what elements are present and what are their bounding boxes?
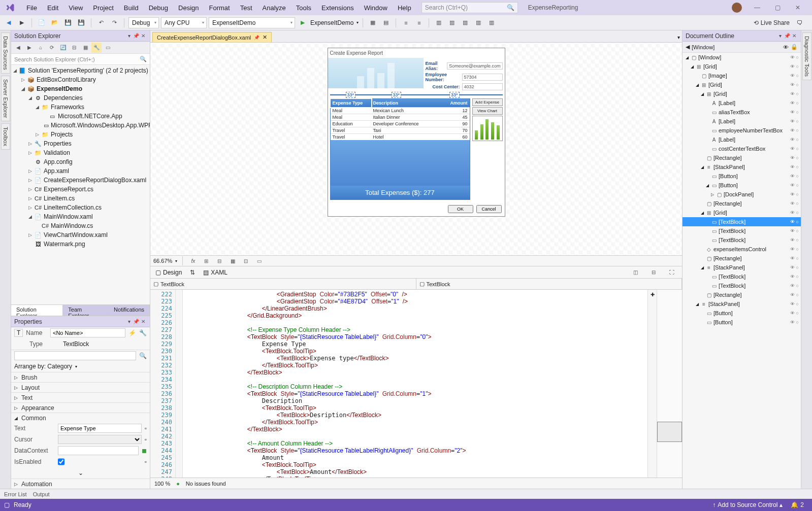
tab-team-explorer[interactable]: Team Explorer <box>63 305 109 316</box>
tree-item[interactable]: C#MainWindow.cs <box>11 221 150 230</box>
xaml-designer[interactable]: Create Expense Report Email Alias:Someon… <box>150 43 682 255</box>
split-toggle[interactable]: ✚ <box>647 290 657 478</box>
outline-item[interactable]: ▭employeeNumberTextBox👁○ <box>683 126 801 135</box>
events-icon[interactable]: ⚡ <box>128 329 136 336</box>
tab-output[interactable]: Output <box>33 491 50 497</box>
menu-help[interactable]: Help <box>393 2 416 14</box>
outline-item[interactable]: ◇expenseItemsControl👁○ <box>683 245 801 254</box>
fx-button[interactable]: fx <box>188 256 198 266</box>
swap-icon[interactable]: ⇅ <box>190 269 195 276</box>
expand-icon[interactable]: ⛶ <box>667 267 677 278</box>
panel-dropdown-icon[interactable]: ▾ <box>776 33 784 39</box>
tree-item[interactable]: ◢📦ExpenseItDemo <box>11 84 150 93</box>
panel-pin-icon[interactable]: 📌 <box>133 33 140 39</box>
grid-off-button[interactable]: ⊞ <box>201 256 211 266</box>
panel-close-icon[interactable]: ✕ <box>140 319 147 324</box>
se-fwd-button[interactable]: ▶ <box>24 43 35 53</box>
outline-item[interactable]: ▭[Button]👁○ <box>683 318 801 327</box>
tree-item[interactable]: ▷🔧Properties <box>11 139 150 148</box>
outline-item[interactable]: ▢[Rectangle]👁○ <box>683 199 801 208</box>
user-avatar[interactable] <box>732 3 742 13</box>
align-button-2[interactable]: ▤ <box>380 17 392 28</box>
th-expense-type[interactable]: Expense Type <box>331 99 371 107</box>
prop-marker-icon[interactable]: ◼ <box>142 447 147 454</box>
se-collapse-button[interactable]: ⊟ <box>69 43 79 53</box>
menu-extensions[interactable]: Extensions <box>316 2 359 14</box>
prop-cursor-input[interactable] <box>58 435 142 444</box>
tab-diagnostic-tools[interactable]: Diagnostic Tools <box>802 32 811 80</box>
panel-pin-icon[interactable]: 📌 <box>133 319 140 324</box>
outline-item[interactable]: A[Label]👁○ <box>683 98 801 108</box>
panel-dropdown-icon[interactable]: ▾ <box>125 319 133 324</box>
outline-item[interactable]: ▭[TextBlock]👁○ <box>683 281 801 290</box>
grid-button-2[interactable]: ▥ <box>446 17 458 28</box>
tree-item[interactable]: ▭Microsoft.WindowsDesktop.App.WPF <box>11 121 150 130</box>
tabs-overflow-icon[interactable]: ▾ <box>675 32 682 42</box>
outline-item[interactable]: ◢⊞[Grid]👁○ <box>683 62 801 71</box>
se-preview-button[interactable]: ▭ <box>103 43 113 53</box>
tree-item[interactable]: ◢⚙Dependencies <box>11 93 150 103</box>
outline-item[interactable]: ▭[Button]👁○ <box>683 309 801 318</box>
se-home-button[interactable]: ⌂ <box>36 43 46 53</box>
crumb-left[interactable]: ▢TextBlock <box>150 279 416 289</box>
menu-format[interactable]: Format <box>204 2 235 14</box>
add-expense-button[interactable]: Add Expense <box>472 98 503 106</box>
outline-item[interactable]: ▢[Image]👁○ <box>683 71 801 80</box>
panel-dropdown-icon[interactable]: ▾ <box>125 33 133 39</box>
grid-button-4[interactable]: ▥ <box>473 17 484 28</box>
snap-button[interactable]: ▦ <box>228 256 238 266</box>
tree-item[interactable]: ▷C#ExpenseReport.cs <box>11 185 150 194</box>
outline-item[interactable]: ▭[TextBlock]👁○ <box>683 217 801 226</box>
outline-item[interactable]: ◢≡[StackPanel]👁○ <box>683 162 801 172</box>
wrench-icon[interactable]: 🔧 <box>139 329 147 336</box>
save-all-button[interactable]: 💾 <box>76 17 87 28</box>
empnum-field[interactable]: 57304 <box>462 74 503 81</box>
panel-close-icon[interactable]: ✕ <box>140 33 147 39</box>
fold-gutter[interactable] <box>176 290 183 478</box>
outline-item[interactable]: ◢⊞[Grid]👁○ <box>683 208 801 217</box>
quick-search-input[interactable]: Search (Ctrl+Q) 🔍 <box>421 2 518 13</box>
menu-debug[interactable]: Debug <box>144 2 173 14</box>
prop-marker-icon[interactable]: ▫ <box>145 425 147 432</box>
tree-item[interactable]: ▷📄ViewChartWindow.xaml <box>11 230 150 240</box>
solution-explorer-search[interactable]: Search Solution Explorer (Ctrl+;) 🔍 <box>11 54 150 65</box>
menu-build[interactable]: Build <box>119 2 144 14</box>
outline-item[interactable]: ▷▢[DockPanel]👁○ <box>683 190 801 199</box>
se-showall-button[interactable]: ▦ <box>80 43 90 53</box>
undo-button[interactable]: ↶ <box>95 17 107 28</box>
nav-back-button[interactable]: ◀ <box>3 17 14 28</box>
tab-solution-explorer[interactable]: Solution Explorer <box>11 305 63 316</box>
grid-button-1[interactable]: ▥ <box>433 17 444 28</box>
tab-toolbox[interactable]: Toolbox <box>1 123 10 150</box>
tree-item[interactable]: ◢📄MainWindow.xaml <box>11 212 150 221</box>
scope-pct[interactable]: 100 % <box>154 481 170 487</box>
cat-automation[interactable]: ▷Automation <box>11 479 150 489</box>
outline-item[interactable]: ▭[TextBlock]👁○ <box>683 226 801 235</box>
menu-view[interactable]: View <box>63 2 88 14</box>
grid-on-button[interactable]: ⊟ <box>214 256 224 266</box>
save-button[interactable]: 💾 <box>62 17 74 28</box>
menu-test[interactable]: Test <box>235 2 257 14</box>
code-content[interactable]: <GradientStop Color="#73B2F5" Offset="0"… <box>183 290 647 478</box>
crumb-right[interactable]: ▢TextBlock <box>416 279 683 289</box>
close-tab-icon[interactable]: ✕ <box>263 34 267 41</box>
device-button[interactable]: ▭ <box>254 256 264 266</box>
menu-window[interactable]: Window <box>359 2 393 14</box>
tab-xaml[interactable]: ▤XAML <box>203 269 228 276</box>
menu-analyze[interactable]: Analyze <box>257 2 291 14</box>
tab-design[interactable]: ▢Design <box>155 269 182 276</box>
feedback-icon[interactable]: 🗨 <box>797 19 803 26</box>
open-button[interactable]: 📂 <box>49 17 60 28</box>
tree-item[interactable]: ◢📁Frameworks <box>11 103 150 112</box>
tree-item[interactable]: ▷📁Projects <box>11 130 150 139</box>
se-refresh-button[interactable]: 🔄 <box>58 43 68 53</box>
se-back-button[interactable]: ◀ <box>13 43 23 53</box>
config-dropdown[interactable]: Debug <box>128 17 159 28</box>
prop-datacontext-input[interactable] <box>58 446 139 455</box>
cat-text[interactable]: ▷Text <box>11 392 150 402</box>
solution-node[interactable]: ◢📘Solution 'ExpenseReporting' (2 of 2 pr… <box>11 66 150 75</box>
tab-notifications[interactable]: Notifications <box>109 305 150 316</box>
outline-item[interactable]: ▢[Rectangle]👁○ <box>683 290 801 299</box>
costcenter-field[interactable]: 4032 <box>462 83 503 90</box>
new-project-button[interactable]: 📄 <box>36 17 47 28</box>
